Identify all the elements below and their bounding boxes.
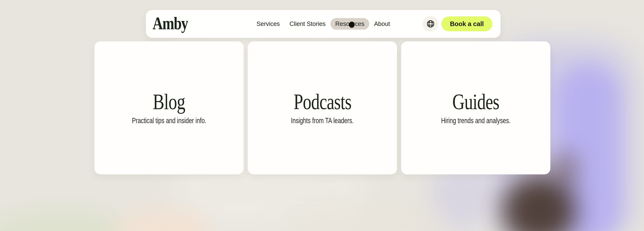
resources-card-podcasts[interactable]: Podcasts Insights from TA leaders. [248,41,397,174]
nav-item-client-stories[interactable]: Client Stories [285,18,330,30]
card-subtitle: Insights from TA leaders. [291,116,354,125]
nav-menu: Services Client Stories Resources About [252,18,395,30]
resources-card-guides[interactable]: Guides Hiring trends and analyses. [401,41,550,174]
globe-icon [426,19,435,28]
background-blur-green [0,207,134,231]
top-navbar: Amby Services Client Stories Resources A… [146,10,500,38]
background-blur-warm [280,198,448,231]
nav-item-about[interactable]: About [369,18,395,30]
card-title: Podcasts [294,91,351,113]
page: Amby Services Client Stories Resources A… [0,0,644,231]
resources-card-blog[interactable]: Blog Practical tips and insider info. [94,41,244,174]
background-blur-brown-fringe [550,149,580,188]
navbar-actions: Book a call [423,16,492,32]
card-subtitle: Hiring trends and analyses. [441,116,510,125]
nav-item-services[interactable]: Services [252,18,285,30]
logo-amby[interactable]: Amby [152,14,188,32]
cursor-dot [349,22,355,28]
card-title: Guides [452,91,499,113]
language-button[interactable] [423,16,438,32]
background-blur-brown [502,175,576,231]
resources-dropdown: Blog Practical tips and insider info. Po… [94,41,550,174]
background-blur-purple-core [556,65,619,231]
book-a-call-button[interactable]: Book a call [442,16,492,31]
background-blur-pink [116,207,213,231]
card-title: Blog [153,91,185,113]
card-subtitle: Practical tips and insider info. [132,116,206,125]
